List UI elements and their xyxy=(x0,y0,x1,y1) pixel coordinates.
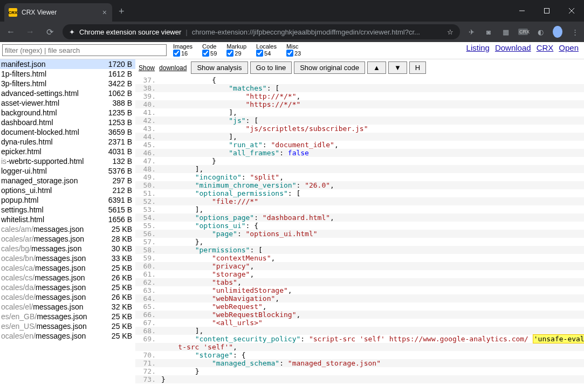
file-row[interactable]: ocales/cs/messages.json26 KB xyxy=(0,273,135,283)
star-icon[interactable]: ☆ xyxy=(447,28,454,36)
file-row[interactable]: document-blocked.html3659 B xyxy=(0,127,135,137)
new-tab-button[interactable]: + xyxy=(119,6,125,17)
nav-down-button[interactable]: ▼ xyxy=(388,61,407,74)
close-window-button[interactable] xyxy=(559,2,584,19)
file-row[interactable]: ocales/ca/messages.json25 KB xyxy=(0,263,135,273)
stat-checkbox[interactable] xyxy=(202,50,209,57)
file-size: 25 KB xyxy=(112,264,132,272)
show-link[interactable]: Show xyxy=(139,64,155,72)
file-row[interactable]: cales/bg/messages.json30 KB xyxy=(0,244,135,253)
file-row[interactable]: background.html1235 B xyxy=(0,108,135,118)
file-row[interactable]: advanced-settings.html1062 B xyxy=(0,88,135,98)
stat-checkbox[interactable] xyxy=(226,50,233,57)
browser-tab[interactable]: CRX CRX Viewer × xyxy=(4,3,112,22)
file-row[interactable]: ocales/ar/messages.json28 KB xyxy=(0,234,135,244)
file-row[interactable]: manifest.json1720 B xyxy=(0,59,135,69)
file-row[interactable]: ocales/da/messages.json25 KB xyxy=(0,283,135,292)
stat-checkbox[interactable] xyxy=(256,50,263,57)
file-row[interactable]: is-webrtc-supported.html132 B xyxy=(0,156,135,166)
line-number: 58. xyxy=(135,246,161,254)
line-number: 73. xyxy=(135,375,161,383)
file-row[interactable]: 3p-filters.html3422 B xyxy=(0,79,135,88)
file-row[interactable]: es/en_GB/messages.json25 KB xyxy=(0,312,135,321)
open-link[interactable]: Open xyxy=(559,43,579,52)
file-size: 132 B xyxy=(112,157,132,166)
file-row[interactable]: dyna-rules.html2371 B xyxy=(0,137,135,147)
file-row[interactable]: cales/am/messages.json25 KB xyxy=(0,224,135,234)
file-size: 25 KB xyxy=(112,225,132,233)
file-row[interactable]: whitelist.html1656 B xyxy=(0,215,135,224)
line-number: 55. xyxy=(135,222,161,230)
maximize-button[interactable] xyxy=(534,2,559,19)
address-bar[interactable]: ✦ Chrome extension source viewer | chrom… xyxy=(63,24,460,39)
go-to-line-button[interactable]: Go to line xyxy=(250,61,292,74)
file-size: 212 B xyxy=(112,186,132,195)
code-line: 65. "webRequest", xyxy=(135,302,584,311)
toggle-h-button[interactable]: H xyxy=(409,61,426,74)
line-number: 59. xyxy=(135,254,161,262)
line-number: 66. xyxy=(135,311,161,319)
file-name: cales/am/messages.json xyxy=(1,225,84,233)
code-content: ], xyxy=(161,133,237,141)
close-tab-icon[interactable]: × xyxy=(102,8,107,17)
download-file-link[interactable]: download xyxy=(159,64,187,72)
file-name: settings.html xyxy=(1,205,44,214)
crx-link[interactable]: CRX xyxy=(537,43,554,52)
file-name: ocales/ar/messages.json xyxy=(1,235,84,243)
line-number: 71. xyxy=(135,359,161,367)
code-viewer[interactable]: 37. {38. "matches": [39. "http://*/*",40… xyxy=(135,76,584,392)
stat-markup: Markup29 xyxy=(226,43,246,57)
search-input[interactable] xyxy=(2,44,167,56)
profile-avatar[interactable] xyxy=(553,26,562,38)
line-number: 51. xyxy=(135,189,161,197)
code-content: "file:///*" xyxy=(161,197,258,205)
file-list[interactable]: manifest.json1720 B1p-filters.html1612 B… xyxy=(0,59,135,392)
file-row[interactable]: dashboard.html1253 B xyxy=(0,118,135,127)
ext-icon-4[interactable]: CRX xyxy=(518,29,528,35)
file-row[interactable]: es/en_US/messages.json25 KB xyxy=(0,321,135,331)
file-row[interactable]: ocales/de/messages.json26 KB xyxy=(0,292,135,302)
file-size: 5376 B xyxy=(108,167,132,175)
reload-button[interactable]: ⟳ xyxy=(43,27,56,37)
forward-button[interactable]: → xyxy=(24,27,37,37)
file-row[interactable]: ocales/el/messages.json32 KB xyxy=(0,302,135,312)
code-line: 43. "js/scriptlets/subscriber.js" xyxy=(135,125,584,133)
file-row[interactable]: asset-viewer.html388 B xyxy=(0,98,135,108)
file-row[interactable]: logger-ui.html5376 B xyxy=(0,166,135,176)
show-original-button[interactable]: Show original code xyxy=(294,61,365,74)
ext-icon-3[interactable]: ▦ xyxy=(501,28,511,36)
nav-up-button[interactable]: ▲ xyxy=(367,61,386,74)
stat-checkbox[interactable] xyxy=(173,50,180,57)
menu-icon[interactable]: ⋮ xyxy=(570,28,580,36)
ext-icon-1[interactable]: ✈ xyxy=(466,28,476,36)
download-link[interactable]: Download xyxy=(495,43,531,52)
line-number: 63. xyxy=(135,286,161,294)
file-row[interactable]: options_ui.html212 B xyxy=(0,185,135,195)
code-line: 50. "minimum_chrome_version": "26.0", xyxy=(135,181,584,189)
file-row[interactable]: settings.html5615 B xyxy=(0,205,135,215)
file-size: 1235 B xyxy=(108,108,132,117)
listing-link[interactable]: Listing xyxy=(466,43,490,52)
viewer-topbar: Images16Code59Markup29Locales54Misc23 Li… xyxy=(0,42,584,59)
file-row[interactable]: 1p-filters.html1612 B xyxy=(0,69,135,79)
line-number: 67. xyxy=(135,319,161,327)
file-row[interactable]: ocales/bn/messages.json33 KB xyxy=(0,253,135,263)
file-row[interactable]: popup.html6391 B xyxy=(0,195,135,205)
line-number: 54. xyxy=(135,214,161,222)
file-row[interactable]: epicker.html4031 B xyxy=(0,147,135,156)
back-button[interactable]: ← xyxy=(4,27,17,37)
file-row[interactable]: managed_storage.json297 B xyxy=(0,176,135,185)
ext-icon-2[interactable]: ◙ xyxy=(484,28,493,36)
ext-icon-5[interactable]: ◐ xyxy=(535,28,545,36)
code-line: 39. "http://*/*", xyxy=(135,92,584,100)
file-size: 25 KB xyxy=(112,332,132,340)
code-line: 55. "options_ui": { xyxy=(135,222,584,230)
code-content: ], xyxy=(161,327,203,335)
file-name: whitelist.html xyxy=(1,215,44,224)
stat-checkbox[interactable] xyxy=(286,50,293,57)
minimize-button[interactable] xyxy=(510,2,534,19)
code-content: { xyxy=(161,76,216,84)
file-row[interactable]: ocales/en/messages.json25 KB xyxy=(0,331,135,341)
file-size: 1612 B xyxy=(108,70,132,78)
show-analysis-button[interactable]: Show analysis xyxy=(191,61,248,74)
